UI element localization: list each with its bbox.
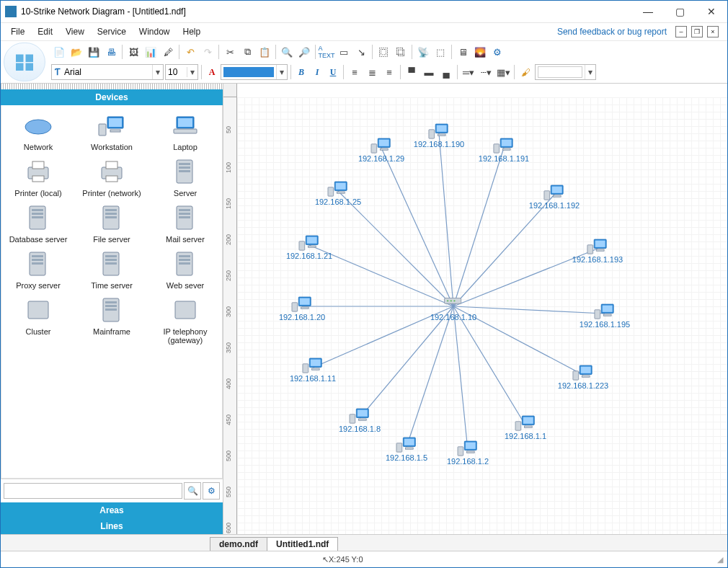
picture-icon[interactable]: 🌄 <box>472 44 488 60</box>
search-settings-button[interactable]: ⚙ <box>203 482 220 500</box>
device-item[interactable]: Cluster <box>1 294 75 346</box>
pattern-icon[interactable]: ▦▾ <box>495 64 511 80</box>
device-palette[interactable]: NetworkWorkstationLaptopPrinter (local)P… <box>1 105 223 479</box>
valign-top-icon[interactable]: ▀ <box>404 64 420 80</box>
copy-icon[interactable]: ⧉ <box>239 44 255 60</box>
workstation-node[interactable]: 192.168.1.20 <box>279 291 325 321</box>
device-item[interactable]: Workstation <box>75 110 148 153</box>
redo-icon[interactable]: ↷ <box>200 44 216 60</box>
lines-header[interactable]: Lines <box>1 518 223 534</box>
device-item[interactable]: Server <box>148 156 222 199</box>
align-right-icon[interactable]: ≡ <box>381 64 397 80</box>
workstation-node[interactable]: 192.168.1.25 <box>315 176 361 206</box>
devices-header[interactable]: Devices <box>1 89 223 105</box>
valign-middle-icon[interactable]: ▬ <box>421 64 437 80</box>
device-item[interactable]: Proxy server <box>1 248 75 291</box>
device-item[interactable]: IP telephony (gateway) <box>148 294 222 346</box>
workstation-node[interactable]: 192.168.1.2 <box>447 435 489 466</box>
fill-color-selector[interactable]: ▾ <box>221 64 288 80</box>
mdi-close-icon[interactable]: × <box>707 26 719 37</box>
valign-bottom-icon[interactable]: ▄ <box>438 64 454 80</box>
bold-button[interactable]: B <box>294 65 308 79</box>
line-style-icon[interactable]: ═▾ <box>461 64 476 80</box>
chevron-down-icon[interactable]: ▾ <box>276 65 287 79</box>
scan-network-icon[interactable]: 📡 <box>415 44 431 60</box>
find-next-icon[interactable]: 🔎 <box>296 44 312 60</box>
font-size-selector[interactable]: ▾ <box>165 64 198 80</box>
workstation-node[interactable]: 192.168.1.8 <box>339 403 381 433</box>
export-image-icon[interactable]: 🖼 <box>125 44 141 60</box>
export-visio-icon[interactable]: 📊 <box>143 44 159 60</box>
open-icon[interactable]: 📂 <box>68 44 84 60</box>
search-button[interactable]: 🔍 <box>184 482 201 500</box>
monitor-icon[interactable]: 🖥 <box>455 44 471 60</box>
underline-button[interactable]: U <box>326 65 340 79</box>
panel-grip[interactable] <box>1 84 223 89</box>
map-button[interactable] <box>4 43 45 81</box>
device-item[interactable]: Time server <box>75 248 148 291</box>
font-name-input[interactable] <box>63 66 152 78</box>
tab-demo[interactable]: demo.ndf <box>210 537 267 551</box>
undo-icon[interactable]: ↶ <box>182 44 198 60</box>
save-icon[interactable]: 💾 <box>86 44 102 60</box>
workstation-node[interactable]: 192.168.1.192 <box>529 179 580 210</box>
find-icon[interactable]: 🔍 <box>279 44 295 60</box>
diagram-canvas[interactable]: 192.168.1.190192.168.1.29192.168.1.19119… <box>237 97 727 534</box>
search-input[interactable] <box>4 483 182 499</box>
device-item[interactable]: Web sever <box>148 248 222 291</box>
italic-button[interactable]: I <box>310 65 324 79</box>
line-tool-icon[interactable]: ↘ <box>353 44 369 60</box>
menu-edit[interactable]: Edit <box>32 25 58 38</box>
minimize-button[interactable]: — <box>632 1 664 22</box>
device-item[interactable]: Mail server <box>148 202 222 245</box>
mdi-minimize-icon[interactable]: – <box>675 26 687 37</box>
align-left-icon[interactable]: ≡ <box>347 64 363 80</box>
print-icon[interactable]: 🖶 <box>103 44 119 60</box>
menu-help[interactable]: Help <box>177 25 207 38</box>
group-icon[interactable]: ⿴ <box>376 44 391 60</box>
tab-untitled[interactable]: Untitled1.ndf <box>267 537 338 551</box>
pick-color-icon[interactable]: 🖉 <box>160 44 176 60</box>
font-selector[interactable]: Ƭ ▾ <box>51 64 164 80</box>
chevron-down-icon[interactable]: ▾ <box>187 67 197 77</box>
close-button[interactable]: ✕ <box>696 1 727 22</box>
workstation-node[interactable]: 192.168.1.190 <box>414 118 464 148</box>
device-item[interactable]: File server <box>75 202 148 245</box>
hub-node[interactable]: 192.168.1.10 <box>430 291 476 321</box>
line-dash-icon[interactable]: ┄▾ <box>478 64 494 80</box>
device-item[interactable]: Mainframe <box>75 294 148 346</box>
maximize-button[interactable]: ▢ <box>664 1 696 22</box>
menu-window[interactable]: Window <box>133 25 176 38</box>
device-item[interactable]: Laptop <box>148 110 222 153</box>
font-size-input[interactable] <box>166 66 187 78</box>
menu-service[interactable]: Service <box>92 25 132 38</box>
feedback-link[interactable]: Send feedback or bug report <box>557 27 674 37</box>
workstation-node[interactable]: 192.168.1.1 <box>505 410 546 440</box>
workstation-node[interactable]: 192.168.1.11 <box>290 352 336 383</box>
chevron-down-icon[interactable]: ▾ <box>585 65 595 79</box>
areas-header[interactable]: Areas <box>1 502 223 518</box>
workstation-node[interactable]: 192.168.1.223 <box>558 360 608 390</box>
settings-icon[interactable]: ⚙ <box>489 44 505 60</box>
workstation-node[interactable]: 192.168.1.193 <box>572 234 623 264</box>
workstation-node[interactable]: 192.168.1.21 <box>286 230 332 260</box>
device-item[interactable]: Database server <box>1 202 75 245</box>
font-color-button[interactable]: A <box>205 65 219 79</box>
align-center-icon[interactable]: ≣ <box>364 64 380 80</box>
text-tool-icon[interactable]: ATEXT <box>319 44 334 60</box>
workstation-node[interactable]: 192.168.1.29 <box>358 133 404 163</box>
menu-file[interactable]: File <box>5 25 30 38</box>
new-icon[interactable]: 📄 <box>51 44 67 60</box>
workstation-node[interactable]: 192.168.1.191 <box>479 133 529 163</box>
mdi-restore-icon[interactable]: ❐ <box>691 26 703 37</box>
brush-icon[interactable]: 🖌 <box>518 64 533 80</box>
select-area-icon[interactable]: ⬚ <box>432 44 448 60</box>
resize-grip-icon[interactable]: ◢ <box>717 555 723 564</box>
ungroup-icon[interactable]: ⿻ <box>393 44 409 60</box>
workstation-node[interactable]: 192.168.1.5 <box>386 432 427 462</box>
cut-icon[interactable]: ✂ <box>222 44 238 60</box>
shape-tool-icon[interactable]: ▭ <box>336 44 352 60</box>
chevron-down-icon[interactable]: ▾ <box>152 65 163 79</box>
device-item[interactable]: Printer (network) <box>75 156 148 199</box>
paste-icon[interactable]: 📋 <box>257 44 272 60</box>
